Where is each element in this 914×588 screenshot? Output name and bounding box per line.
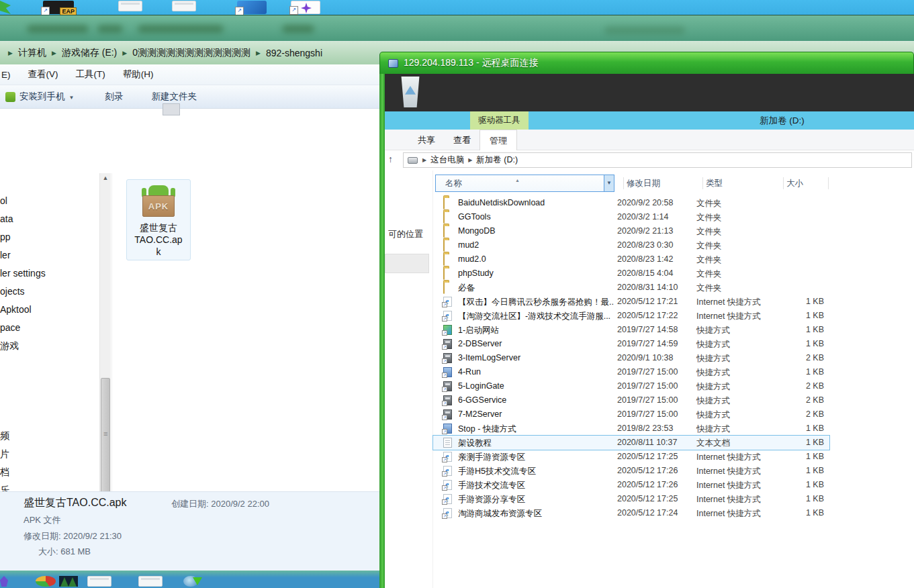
selected-file-modified: 修改日期: 2020/9/2 21:30 <box>24 530 122 542</box>
file-row[interactable]: ↗4-Run2019/7/27 15:00快捷方式1 KB <box>433 365 829 379</box>
column-separator[interactable] <box>783 177 784 189</box>
column-header-date[interactable]: 修改日期 <box>627 175 660 192</box>
tab-管理[interactable]: 管理 <box>479 130 517 150</box>
file-row[interactable]: ↗淘游商城发布资源专区2020/5/12 17:24Internet 快捷方式1… <box>433 506 829 520</box>
file-row[interactable]: ↗【双击】今日腾讯云秒杀服务器抢购！最...2020/5/12 17:21Int… <box>433 295 829 309</box>
install-to-phone-button[interactable]: 安装到手机 <box>19 91 65 103</box>
column-header-name[interactable]: ▲ 名称 ▼ <box>435 175 614 192</box>
sidebar-item[interactable]: pace <box>0 319 99 337</box>
file-name: GGTools <box>458 212 614 222</box>
file-row[interactable]: ↗6-GGService2019/7/27 15:00快捷方式2 KB <box>433 393 829 407</box>
file-row[interactable]: mud22020/8/23 0:30文件夹 <box>433 238 829 252</box>
breadcrumb-item[interactable]: 892-shengshi <box>266 48 322 58</box>
sidebar-item[interactable]: 片 <box>0 445 99 463</box>
new-folder-button[interactable]: 新建文件夹 <box>151 91 197 103</box>
address-breadcrumb[interactable]: ▶这台电脑▶新加卷 (D:) <box>403 152 912 168</box>
download-globe-icon[interactable] <box>183 576 198 587</box>
file-row[interactable]: ↗【淘游交流社区】-游戏技术交流手游服...2020/5/12 17:22Int… <box>433 309 829 323</box>
file-row[interactable]: MongoDB2020/9/2 21:13文件夹 <box>433 224 829 238</box>
file-row[interactable]: phpStudy2020/8/15 4:04文件夹 <box>433 266 829 281</box>
shortcut-arrow-icon: ↗ <box>442 429 447 434</box>
green-arrow-icon[interactable] <box>0 1 11 14</box>
sidebar-item[interactable]: ata <box>0 210 99 228</box>
remote-titlebar[interactable]: 129.204.189.113 - 远程桌面连接 <box>379 52 914 74</box>
file-row[interactable]: ↗5-LoginGate2019/7/27 15:00快捷方式2 KB <box>433 379 829 393</box>
app-shortcut-icon: ↗ <box>443 395 452 405</box>
tab-共享[interactable]: 共享 <box>408 130 445 150</box>
file-row[interactable]: ↗1-启动网站2019/7/27 14:58快捷方式1 KB <box>433 323 829 337</box>
file-row[interactable]: ↗亲测手游资源专区2020/5/12 17:25Internet 快捷方式1 K… <box>433 450 829 464</box>
column-separator[interactable] <box>623 177 624 189</box>
column-separator[interactable] <box>702 177 703 189</box>
sidebar-item[interactable]: Apktool <box>0 301 99 319</box>
file-row[interactable]: GGTools2020/3/2 1:14文件夹 <box>433 210 829 224</box>
rdp-icon <box>388 59 398 68</box>
column-header-type[interactable]: 类型 <box>706 175 723 192</box>
file-name: 架设教程 <box>458 438 614 449</box>
file-row[interactable]: ↗手游技术交流专区2020/5/12 17:26Internet 快捷方式1 K… <box>433 478 829 492</box>
chevron-down-icon[interactable]: ▼ <box>69 95 75 101</box>
file-row[interactable]: ↗2-DBServer2019/7/27 14:59快捷方式1 KB <box>433 337 829 351</box>
remote-nav-pane: 可的位置 <box>385 170 433 588</box>
internet-shortcut-icon: ↗ <box>443 311 452 321</box>
menu-item[interactable]: 帮助(H) <box>123 68 154 81</box>
sidebar-item[interactable]: pp <box>0 228 99 246</box>
file-name: BaiduNetdiskDownload <box>458 198 614 207</box>
scrollbar-thumb[interactable] <box>101 378 110 495</box>
sidebar-item[interactable]: 频 <box>0 427 99 445</box>
column-header-size[interactable]: 大小 <box>786 175 803 192</box>
up-arrow-icon[interactable]: ↑ <box>388 154 393 164</box>
file-name: phpStudy <box>458 268 614 278</box>
window-icon[interactable] <box>138 576 163 587</box>
breadcrumb-item[interactable]: 这台电脑 <box>430 154 464 166</box>
file-row[interactable]: ↗手游H5技术交流专区2020/5/12 17:26Internet 快捷方式1… <box>433 464 829 478</box>
file-row[interactable]: ↗Stop - 快捷方式2019/8/2 23:53快捷方式1 KB <box>433 422 829 436</box>
filter-dropdown-icon[interactable]: ▼ <box>604 175 614 191</box>
purple-icon[interactable] <box>0 576 8 587</box>
purple-star-shortcut-icon[interactable] <box>291 1 320 14</box>
sidebar-item[interactable]: 档 <box>0 463 99 481</box>
file-row[interactable]: BaiduNetdiskDownload2020/9/2 20:58文件夹 <box>433 196 829 210</box>
scroll-up-icon[interactable]: ▲ <box>102 175 109 181</box>
sidebar-item[interactable]: ol <box>0 192 99 210</box>
apk-file-item[interactable]: APK 盛世复古 TAO.CC.ap k <box>126 179 191 260</box>
file-date: 2020/3/2 1:14 <box>617 212 692 222</box>
ribbon-caption-bar: 驱动器工具 新加卷 (D:) <box>385 111 914 130</box>
nav-pane-fragment[interactable]: 可的位置 <box>388 228 423 240</box>
window-icon[interactable] <box>87 576 111 587</box>
breadcrumb-item[interactable]: 计算机 <box>18 47 46 59</box>
breadcrumb-item[interactable]: 游戏储存 (E:) <box>62 47 117 59</box>
file-type: 文件夹 <box>696 240 782 252</box>
file-row[interactable]: 必备2020/8/31 14:10文件夹 <box>433 281 829 295</box>
file-row[interactable]: mud2.02020/8/23 1:42文件夹 <box>433 252 829 266</box>
menu-item[interactable]: 工具(T) <box>76 68 105 81</box>
shortcut-arrow-icon: ↗ <box>442 344 447 350</box>
menu-item[interactable]: E) <box>1 70 11 80</box>
file-row[interactable]: ↗3-ItemLogServer2020/9/1 10:38快捷方式2 KB <box>433 351 829 365</box>
shortcut-arrow-icon: ↗ <box>442 358 447 364</box>
file-row[interactable]: ↗手游资源分享专区2020/5/12 17:25Internet 快捷方式1 K… <box>433 492 829 506</box>
breadcrumb-item[interactable]: 新加卷 (D:) <box>476 154 518 166</box>
file-row[interactable]: 架设教程2020/8/11 10:37文本文档1 KB <box>433 436 829 450</box>
trees-icon[interactable] <box>59 576 78 587</box>
sidebar-item[interactable]: ler <box>0 246 99 264</box>
colored-logo-icon[interactable] <box>36 576 56 587</box>
text-document-icon <box>443 438 452 448</box>
sidebar-item[interactable]: 游戏 <box>0 337 99 355</box>
drive-tools-tab[interactable]: 驱动器工具 <box>470 111 529 130</box>
file-row[interactable]: ↗7-M2Server2019/7/27 15:00快捷方式2 KB <box>433 407 829 422</box>
app-shortcut-icon: ↗ <box>443 339 452 349</box>
window-icon[interactable] <box>172 1 196 11</box>
sidebar-item[interactable]: ler settings <box>0 264 99 283</box>
tab-查看[interactable]: 查看 <box>444 130 480 150</box>
recycle-bin-icon[interactable] <box>400 77 421 107</box>
menu-item[interactable]: 查看(V) <box>28 68 58 81</box>
eap-shortcut-icon[interactable]: EAP <box>43 1 74 14</box>
blue-app-shortcut-icon[interactable] <box>237 1 267 14</box>
sidebar-item[interactable]: ojects <box>0 283 99 301</box>
column-separator[interactable] <box>828 177 829 189</box>
burn-button[interactable]: 刻录 <box>105 91 123 103</box>
breadcrumb-item[interactable]: 0测测测测测测测测测测测测 <box>132 47 250 59</box>
window-icon[interactable] <box>118 1 142 11</box>
internet-shortcut-icon: ↗ <box>443 297 452 307</box>
